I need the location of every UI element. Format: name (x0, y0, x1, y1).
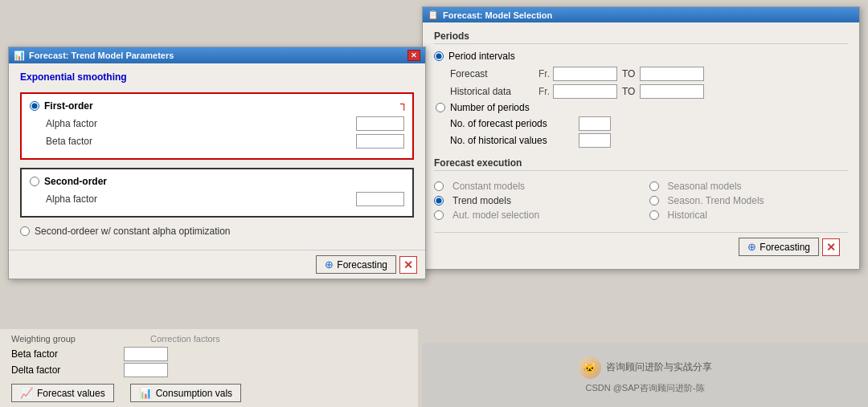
second-alpha-label: Alpha factor (46, 193, 356, 205)
no-historical-row: No. of historical values 10 (434, 133, 848, 148)
forecasting-icon: ⊕ (325, 258, 334, 271)
no-forecast-row: No. of forecast periods 10 (434, 116, 848, 131)
exponential-label: Exponential smoothing (20, 71, 414, 83)
consumption-vals-label: Consumption vals (156, 388, 232, 399)
no-historical-input[interactable]: 10 (579, 133, 611, 148)
beta-row: Beta factor 0. 30 (11, 347, 407, 361)
historical-from-input[interactable]: 02/22/2023 (553, 84, 617, 99)
second-order-constant-row: Second-ordeer w/ constant alpha optimiza… (20, 226, 414, 237)
number-periods-radio[interactable] (436, 103, 445, 112)
historical-period-row: Historical data Fr. 02/22/2023 to 03/07/… (434, 84, 848, 99)
consumption-vals-button[interactable]: 📊 Consumption vals (130, 384, 241, 402)
trend-close-x-button[interactable]: ✕ (399, 256, 417, 274)
trend-dialog-content: Exponential smoothing ┐ First-order Alph… (9, 63, 425, 250)
second-order-label: Second-order (44, 176, 107, 187)
number-periods-label: Number of periods (450, 102, 530, 113)
constant-models-radio[interactable] (434, 181, 444, 191)
seasonal-models-label: Seasonal models (668, 181, 742, 192)
bottom-delta-label: Delta factor (11, 364, 76, 376)
watermark-logo: 🐱 咨询顾问进阶与实战分享 (579, 356, 712, 379)
forecast-fr: Fr. (538, 68, 550, 79)
alpha-factor-input[interactable]: 0. 20 (356, 116, 404, 131)
seasonal-models-radio[interactable] (649, 181, 659, 191)
model-selection-content: Periods Period intervals Forecast Fr. 03… (423, 22, 859, 269)
model-selection-bottom: ⊕ Forecasting ✕ (434, 232, 848, 261)
first-order-radio[interactable] (30, 101, 39, 111)
historical-exec-radio[interactable] (649, 210, 659, 220)
first-order-radio-row: First-order (30, 100, 404, 112)
first-order-label: First-order (44, 100, 93, 112)
delta-row: Delta factor 0. 10 (11, 363, 407, 377)
model-forecasting-button[interactable]: ⊕ Forecasting (739, 238, 819, 256)
alpha-factor-row: Alpha factor 0. 20 (30, 116, 404, 131)
seasonal-models-row: Seasonal models (649, 181, 849, 192)
forecast-to-text: To (622, 68, 635, 79)
forecast-period-row: Forecast Fr. 03/08/2023 To 03/21/2023 (434, 67, 848, 81)
trend-model-dialog: 📊 Forecast: Trend Model Parameters ✕ Exp… (8, 47, 426, 279)
forecast-values-button[interactable]: 📈 Forecast values (11, 384, 114, 402)
second-order-radio-row: Second-order (30, 176, 404, 187)
bottom-beta-input[interactable]: 0. 30 (124, 347, 168, 361)
trend-forecasting-button[interactable]: ⊕ Forecasting (316, 255, 396, 274)
model-close-x-button[interactable]: ✕ (822, 238, 840, 256)
trend-dialog-close[interactable]: ✕ (407, 50, 420, 61)
historical-to-input[interactable]: 03/07/2023 (640, 84, 704, 99)
historical-fr: Fr. (538, 86, 550, 97)
second-order-constant-radio[interactable] (20, 226, 30, 236)
periods-header: Periods (434, 31, 848, 44)
beta-factor-row: Beta factor 0. 30 (30, 134, 404, 149)
forecast-from-input[interactable]: 03/08/2023 (553, 67, 617, 81)
watermark-csdn: CSDN @SAP咨询顾问进阶-陈 (585, 382, 704, 394)
season-trend-row: Season. Trend Models (649, 195, 849, 206)
consumption-icon: 📊 (139, 387, 152, 399)
bottom-beta-label: Beta factor (11, 348, 76, 360)
model-forecasting-label: Forecasting (760, 242, 810, 253)
no-historical-label: No. of historical values (450, 135, 579, 146)
forecast-row-label: Forecast (450, 68, 538, 79)
model-selection-icon: 📋 (428, 10, 439, 20)
period-intervals-label: Period intervals (448, 51, 515, 62)
trend-models-row: Trend models (434, 195, 633, 206)
model-forecasting-icon: ⊕ (747, 241, 756, 253)
trend-dialog-bottom: ⊕ Forecasting ✕ (9, 250, 425, 279)
season-trend-radio[interactable] (649, 196, 659, 206)
corner-marker: ┐ (400, 98, 408, 109)
trend-forecasting-label: Forecasting (337, 259, 387, 271)
second-alpha-input[interactable]: 0. 20 (356, 192, 404, 206)
no-forecast-label: No. of forecast periods (450, 118, 579, 129)
no-forecast-input[interactable]: 10 (579, 116, 611, 131)
second-order-constant-label: Second-ordeer w/ constant alpha optimiza… (35, 226, 414, 237)
historical-row-label: Historical data (450, 86, 538, 97)
forecast-to-input[interactable]: 03/21/2023 (640, 67, 704, 81)
watermark-avatar: 🐱 (579, 356, 601, 379)
bottom-delta-input[interactable]: 0. 10 (124, 363, 168, 377)
aut-model-radio[interactable] (434, 210, 444, 220)
beta-factor-input[interactable]: 0. 30 (356, 134, 404, 149)
historical-exec-row: Historical (649, 210, 849, 221)
trend-models-radio[interactable] (434, 196, 444, 206)
left-bottom-panel: Weighting group Correction factors Beta … (0, 329, 418, 407)
aut-model-row: Aut. model selection (434, 210, 633, 221)
watermark-area: 🐱 咨询顾问进阶与实战分享 CSDN @SAP咨询顾问进阶-陈 (422, 343, 868, 407)
forecast-values-label: Forecast values (37, 388, 105, 399)
model-selection-titlebar[interactable]: 📋 Forecast: Model Selection (423, 7, 859, 22)
season-trend-label: Season. Trend Models (668, 195, 764, 206)
exec-section: Forecast execution Constant models Seaso… (434, 157, 848, 224)
aut-model-label: Aut. model selection (452, 210, 539, 221)
constant-models-label: Constant models (452, 181, 525, 192)
periods-section: Periods Period intervals Forecast Fr. 03… (434, 31, 848, 148)
forecast-values-icon: 📈 (20, 387, 33, 399)
weighting-group-label: Weighting group Correction factors (11, 334, 407, 344)
second-order-radio[interactable] (30, 177, 39, 186)
avatar-icon: 🐱 (583, 361, 596, 374)
bottom-buttons: 📈 Forecast values 📊 Consumption vals (11, 384, 407, 402)
trend-dialog-titlebar[interactable]: 📊 Forecast: Trend Model Parameters ✕ (9, 47, 425, 63)
watermark-text1: 咨询顾问进阶与实战分享 (606, 360, 712, 374)
exec-header: Forecast execution (434, 157, 848, 171)
exec-grid: Constant models Seasonal models Trend mo… (434, 177, 848, 224)
alpha-factor-label: Alpha factor (46, 118, 356, 129)
historical-to-text: to (622, 86, 635, 97)
second-order-group: Second-order Alpha factor 0. 20 (20, 168, 414, 218)
period-intervals-radio[interactable] (434, 51, 444, 61)
correction-factors-hint: Correction factors (142, 332, 228, 345)
